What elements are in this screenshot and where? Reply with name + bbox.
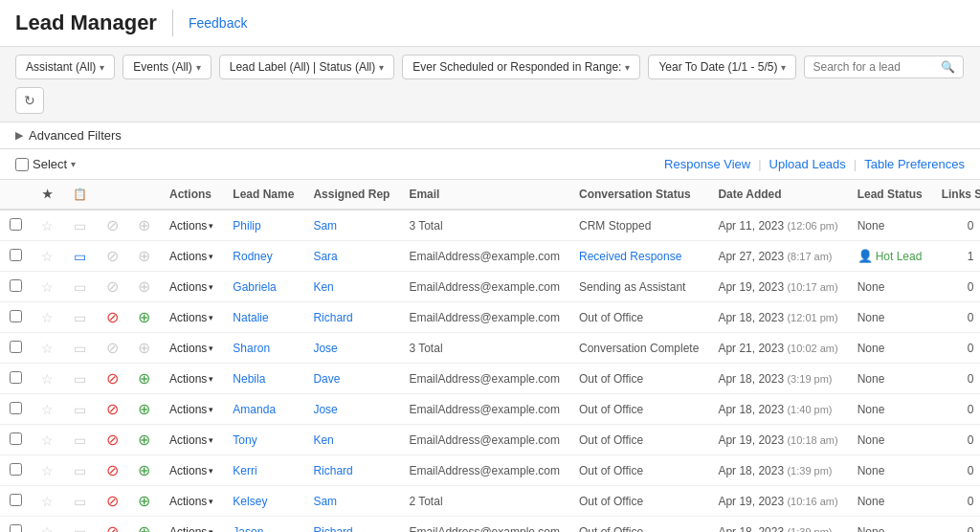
select-all-checkbox[interactable] bbox=[15, 158, 29, 171]
row-checkbox[interactable] bbox=[10, 310, 22, 322]
lead-name-link[interactable]: Tony bbox=[233, 433, 256, 447]
rep-link[interactable]: Ken bbox=[313, 433, 333, 447]
th-assigned-rep[interactable]: Assigned Rep bbox=[303, 180, 399, 210]
th-links-sent[interactable]: Links Sent bbox=[932, 180, 980, 210]
row-checkbox[interactable] bbox=[10, 249, 22, 261]
actions-button[interactable]: Actions ▾ bbox=[169, 219, 213, 233]
advanced-filters-row[interactable]: ▶ Advanced Filters bbox=[0, 122, 980, 149]
actions-button[interactable]: Actions ▾ bbox=[169, 280, 213, 294]
rep-link[interactable]: Jose bbox=[313, 342, 337, 355]
star-icon[interactable]: ☆ bbox=[41, 463, 54, 478]
play-icon[interactable]: ⊕ bbox=[138, 401, 150, 417]
row-checkbox[interactable] bbox=[10, 432, 22, 445]
assistant-filter[interactable]: Assistant (All) ▾ bbox=[15, 55, 115, 79]
star-icon[interactable]: ☆ bbox=[41, 432, 54, 448]
note-icon[interactable]: ▭ bbox=[74, 310, 86, 325]
lead-name-link[interactable]: Gabriela bbox=[233, 280, 276, 294]
lead-name-link[interactable]: Nebila bbox=[233, 372, 265, 386]
search-input[interactable] bbox=[813, 60, 937, 74]
row-checkbox[interactable] bbox=[10, 494, 22, 506]
events-filter[interactable]: Events (All) ▾ bbox=[122, 55, 211, 79]
lead-name-link[interactable]: Philip bbox=[233, 219, 260, 233]
star-icon[interactable]: ☆ bbox=[41, 279, 54, 295]
note-icon[interactable]: ▭ bbox=[74, 494, 86, 509]
table-preferences-link[interactable]: Table Preferences bbox=[864, 157, 965, 171]
actions-button[interactable]: Actions ▾ bbox=[169, 311, 213, 324]
actions-button[interactable]: Actions ▾ bbox=[169, 525, 213, 533]
lead-name-link[interactable]: Rodney bbox=[233, 250, 272, 263]
stop-icon[interactable]: ⊘ bbox=[106, 523, 119, 532]
lead-name-link[interactable]: Natalie bbox=[233, 311, 268, 324]
note-icon[interactable]: ▭ bbox=[74, 402, 86, 417]
stop-icon[interactable]: ⊘ bbox=[106, 309, 119, 325]
actions-button[interactable]: Actions ▾ bbox=[169, 372, 213, 386]
stop-icon[interactable]: ⊘ bbox=[106, 401, 119, 417]
note-icon[interactable]: ▭ bbox=[74, 524, 86, 533]
lead-name-link[interactable]: Jason bbox=[233, 525, 263, 533]
actions-button[interactable]: Actions ▾ bbox=[169, 464, 213, 477]
rep-link[interactable]: Richard bbox=[313, 464, 352, 477]
rep-link[interactable]: Richard bbox=[313, 525, 352, 533]
lead-name-link[interactable]: Kelsey bbox=[233, 495, 267, 508]
row-checkbox[interactable] bbox=[10, 524, 22, 533]
th-lead-status[interactable]: Lead Status bbox=[848, 180, 932, 210]
note-icon[interactable]: ▭ bbox=[74, 371, 86, 387]
row-checkbox[interactable] bbox=[10, 402, 22, 414]
row-checkbox[interactable] bbox=[10, 341, 22, 353]
th-lead-name[interactable]: Lead Name bbox=[223, 180, 303, 210]
lead-name-link[interactable]: Kerri bbox=[233, 464, 256, 477]
play-icon[interactable]: ⊕ bbox=[138, 462, 150, 478]
row-checkbox[interactable] bbox=[10, 279, 22, 292]
stop-icon[interactable]: ⊘ bbox=[106, 432, 119, 448]
row-checkbox[interactable] bbox=[10, 463, 22, 476]
note-icon[interactable]: ▭ bbox=[74, 218, 86, 233]
stop-icon[interactable]: ⊘ bbox=[106, 493, 119, 509]
row-checkbox[interactable] bbox=[10, 218, 22, 231]
actions-button[interactable]: Actions ▾ bbox=[169, 342, 213, 355]
note-icon[interactable]: ▭ bbox=[74, 249, 86, 264]
rep-link[interactable]: Sara bbox=[313, 250, 337, 263]
play-icon[interactable]: ⊕ bbox=[138, 432, 150, 448]
note-icon[interactable]: ▭ bbox=[74, 341, 86, 356]
select-all-area[interactable]: Select ▾ bbox=[15, 157, 76, 171]
note-icon[interactable]: ▭ bbox=[74, 463, 86, 478]
rep-link[interactable]: Sam bbox=[313, 495, 337, 508]
star-icon[interactable]: ☆ bbox=[41, 371, 54, 387]
stop-icon[interactable]: ⊘ bbox=[106, 462, 119, 478]
row-checkbox[interactable] bbox=[10, 371, 22, 384]
star-icon[interactable]: ☆ bbox=[41, 310, 54, 325]
star-icon[interactable]: ☆ bbox=[41, 218, 54, 233]
th-email[interactable]: Email bbox=[399, 180, 569, 210]
star-icon[interactable]: ☆ bbox=[41, 524, 54, 533]
rep-link[interactable]: Dave bbox=[313, 372, 340, 386]
feedback-link[interactable]: Feedback bbox=[189, 15, 247, 31]
star-icon[interactable]: ☆ bbox=[41, 402, 54, 417]
play-icon[interactable]: ⊕ bbox=[138, 493, 150, 509]
th-date-added[interactable]: Date Added bbox=[708, 180, 847, 210]
play-icon[interactable]: ⊕ bbox=[138, 523, 150, 532]
play-icon[interactable]: ⊕ bbox=[138, 370, 150, 387]
lead-name-link[interactable]: Sharon bbox=[233, 342, 270, 355]
th-conversation-status[interactable]: Conversation Status bbox=[569, 180, 708, 210]
actions-button[interactable]: Actions ▾ bbox=[169, 403, 213, 416]
upload-leads-link[interactable]: Upload Leads bbox=[769, 157, 846, 171]
note-icon[interactable]: ▭ bbox=[74, 279, 86, 295]
lead-label-status-filter[interactable]: Lead Label (All) | Status (All) ▾ bbox=[219, 55, 395, 79]
play-icon[interactable]: ⊕ bbox=[138, 309, 150, 325]
scheduled-filter[interactable]: Ever Scheduled or Responded in Range: ▾ bbox=[402, 55, 640, 79]
star-icon[interactable]: ☆ bbox=[41, 341, 54, 356]
lead-name-link[interactable]: Amanda bbox=[233, 403, 276, 416]
rep-link[interactable]: Sam bbox=[313, 219, 337, 233]
rep-link[interactable]: Richard bbox=[313, 311, 352, 324]
stop-icon[interactable]: ⊘ bbox=[106, 370, 119, 387]
refresh-button[interactable]: ↻ bbox=[15, 87, 44, 114]
star-icon[interactable]: ☆ bbox=[41, 494, 54, 509]
date-range-filter[interactable]: Year To Date (1/1 - 5/5) ▾ bbox=[648, 55, 796, 79]
actions-button[interactable]: Actions ▾ bbox=[169, 250, 213, 263]
rep-link[interactable]: Jose bbox=[313, 403, 337, 416]
rep-link[interactable]: Ken bbox=[313, 280, 333, 294]
star-icon[interactable]: ☆ bbox=[41, 249, 54, 264]
actions-button[interactable]: Actions ▾ bbox=[169, 495, 213, 508]
response-view-link[interactable]: Response View bbox=[664, 157, 750, 171]
note-icon[interactable]: ▭ bbox=[74, 432, 86, 448]
